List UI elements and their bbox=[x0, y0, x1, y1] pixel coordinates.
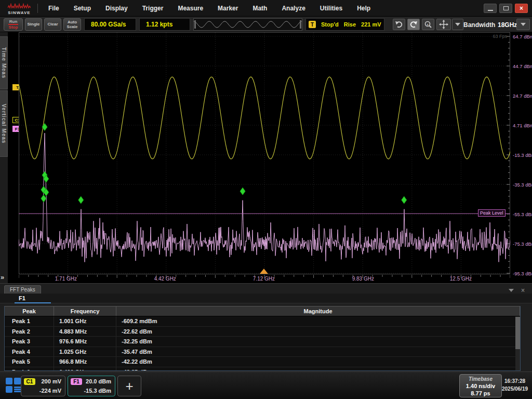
redo-icon bbox=[409, 21, 418, 28]
table-cell: -609.2 mdBm bbox=[116, 316, 520, 326]
menu-measure[interactable]: Measure bbox=[170, 0, 210, 17]
logo-waveform-icon bbox=[8, 3, 31, 9]
table-cell: Peak 6 bbox=[5, 367, 54, 371]
tab-f1[interactable]: F1 bbox=[15, 294, 51, 303]
run-label: Run bbox=[8, 19, 19, 25]
trigger-level: 221 mV bbox=[361, 21, 381, 28]
sample-rate-display[interactable]: 80.00 GSa/s bbox=[84, 18, 136, 31]
table-row[interactable]: Peak 41.025 GHz-35.47 dBm bbox=[5, 347, 520, 357]
trigger-status-box[interactable]: T Stop'd Rise 221 mV bbox=[305, 18, 384, 31]
clear-button[interactable]: Clear bbox=[44, 18, 61, 31]
menu-help[interactable]: Help bbox=[350, 0, 378, 17]
timebase-button[interactable]: Timebase 1.40 ns/div 8.77 ps bbox=[459, 374, 502, 397]
magnifier-icon: z bbox=[424, 20, 432, 29]
menu-math[interactable]: Math bbox=[245, 0, 274, 17]
close-panel-icon[interactable]: × bbox=[521, 287, 525, 294]
menu-marker[interactable]: Marker bbox=[210, 0, 245, 17]
plot-area[interactable]: 63 Fps Peak Level 1.71 GHz4.42 GHz7.12 G… bbox=[19, 32, 510, 283]
menu-display[interactable]: Display bbox=[98, 0, 135, 17]
table-row[interactable]: Peak 66.400 GHz-43.35 dBm bbox=[5, 367, 520, 371]
scrollbar-thumb[interactable] bbox=[515, 317, 520, 349]
table-row[interactable]: Peak 24.883 MHz-22.62 dBm bbox=[5, 327, 520, 337]
channel-chip-c1[interactable]: C1200 mV-224 mV bbox=[21, 376, 65, 396]
table-cell: -43.35 dBm bbox=[116, 367, 520, 371]
menu-trigger[interactable]: Trigger bbox=[135, 0, 171, 17]
dbm-tick-label: 4.71 dBm bbox=[513, 123, 532, 128]
trigger-slope: Rise bbox=[344, 21, 356, 28]
menu-bar: SINWAVE FileSetupDisplayTriggerMeasureMa… bbox=[0, 0, 532, 17]
dbm-tick-label: 44.7 dBm bbox=[513, 63, 532, 69]
run-stop-button[interactable]: Run Stop bbox=[4, 18, 23, 31]
peak-level-label[interactable]: Peak Level bbox=[478, 209, 506, 217]
timebase-title: Timebase bbox=[460, 376, 501, 382]
channel-scale-value: 20.0 dBm bbox=[86, 378, 111, 384]
table-cell: 976.6 MHz bbox=[54, 337, 116, 347]
table-scrollbar[interactable] bbox=[515, 316, 520, 370]
table-cell: 966.8 MHz bbox=[54, 357, 116, 367]
single-button[interactable]: Single bbox=[25, 18, 42, 31]
collapse-panel-icon[interactable] bbox=[509, 289, 514, 292]
memory-depth-display[interactable]: 1.12 kpts bbox=[139, 18, 190, 31]
toolbar: Run Stop Single Clear Auto Scale 80.00 G… bbox=[0, 17, 532, 32]
maximize-icon bbox=[503, 6, 509, 10]
table-cell: Peak 1 bbox=[5, 316, 54, 326]
column-header: Magnitude bbox=[116, 307, 520, 316]
waveform-preview[interactable] bbox=[193, 18, 302, 31]
menu-items: FileSetupDisplayTriggerMeasureMarkerMath… bbox=[41, 0, 378, 17]
fps-readout: 63 Fps bbox=[493, 34, 507, 39]
chevron-down-icon bbox=[521, 23, 526, 26]
channel-chip-badge: C1 bbox=[24, 378, 35, 385]
menu-utilities[interactable]: Utilities bbox=[313, 0, 350, 17]
bandwidth-dropdown-button[interactable] bbox=[516, 19, 530, 30]
add-channel-button[interactable]: + bbox=[117, 376, 141, 396]
zoom-button[interactable]: z bbox=[422, 19, 434, 30]
table-cell: Peak 2 bbox=[5, 327, 54, 337]
menu-analyze[interactable]: Analyze bbox=[274, 0, 312, 17]
channel-menu-button[interactable] bbox=[6, 378, 21, 393]
table-cell: 6.400 GHz bbox=[54, 367, 116, 371]
undo-icon bbox=[395, 21, 403, 28]
window-controls: × bbox=[484, 4, 528, 13]
clock-date: 2025/06/19 bbox=[499, 385, 530, 393]
table-row[interactable]: Peak 3976.6 MHz-32.25 dBm bbox=[5, 337, 520, 347]
move-options-button[interactable] bbox=[452, 19, 463, 30]
close-icon: × bbox=[520, 5, 523, 11]
sidebar-tab-time-meas[interactable]: Time Meas bbox=[0, 36, 8, 89]
bandwidth-value[interactable]: 18GHz bbox=[498, 21, 517, 29]
grid-square-icon bbox=[6, 378, 12, 384]
table-row[interactable]: Peak 5966.8 MHz-42.22 dBm bbox=[5, 357, 520, 367]
menu-setup[interactable]: Setup bbox=[66, 0, 98, 17]
trigger-badge: T bbox=[309, 21, 316, 28]
maximize-button[interactable] bbox=[499, 4, 512, 13]
bottom-bar: C1200 mV-224 mVF120.0 dBm-15.3 dBm + Tim… bbox=[0, 371, 532, 399]
table-cell: -32.25 dBm bbox=[116, 337, 520, 347]
channel-scale-value: 200 mV bbox=[41, 378, 61, 384]
expand-sidebar-button[interactable]: » bbox=[1, 273, 4, 281]
fft-peaks-title-tab[interactable]: FFT Peaks bbox=[4, 285, 41, 294]
timebase-scale: 1.40 ns/div bbox=[460, 382, 501, 390]
grid-square-icon bbox=[14, 378, 21, 384]
close-button[interactable]: × bbox=[515, 4, 528, 13]
undo-button[interactable] bbox=[393, 19, 405, 30]
minimize-button[interactable] bbox=[484, 4, 497, 13]
menu-file[interactable]: File bbox=[41, 0, 66, 17]
minimize-icon bbox=[488, 10, 493, 11]
app-logo: SINWAVE bbox=[4, 2, 34, 15]
auto-scale-button[interactable]: Auto Scale bbox=[63, 18, 81, 31]
table-row[interactable]: Peak 11.001 GHz-609.2 mdBm bbox=[5, 316, 520, 327]
move-cursor-button[interactable] bbox=[436, 19, 451, 30]
channel-chip-f1[interactable]: F120.0 dBm-15.3 dBm bbox=[68, 376, 115, 396]
freq-tick-label: 7.12 GHz bbox=[248, 276, 280, 282]
column-header: Frequency bbox=[54, 307, 116, 316]
table-cell: -22.62 dBm bbox=[116, 327, 520, 337]
fft-peaks-table: PeakFrequencyMagnitudePeak 11.001 GHz-60… bbox=[4, 306, 521, 371]
move-icon bbox=[439, 20, 448, 29]
freq-tick-label: 4.42 GHz bbox=[150, 276, 181, 282]
dbm-axis: 64.7 dBm44.7 dBm24.7 dBm4.71 dBm-15.3 dB… bbox=[511, 32, 532, 279]
timebase-delay: 8.77 ps bbox=[460, 390, 501, 397]
table-cell: Peak 4 bbox=[5, 347, 54, 357]
dbm-tick-label: -75.3 dBm bbox=[513, 241, 532, 247]
sidebar-tab-vertical-meas[interactable]: Vertical Meas bbox=[0, 90, 8, 157]
redo-button[interactable] bbox=[407, 19, 420, 30]
dbm-tick-label: -35.3 dBm bbox=[513, 182, 532, 188]
